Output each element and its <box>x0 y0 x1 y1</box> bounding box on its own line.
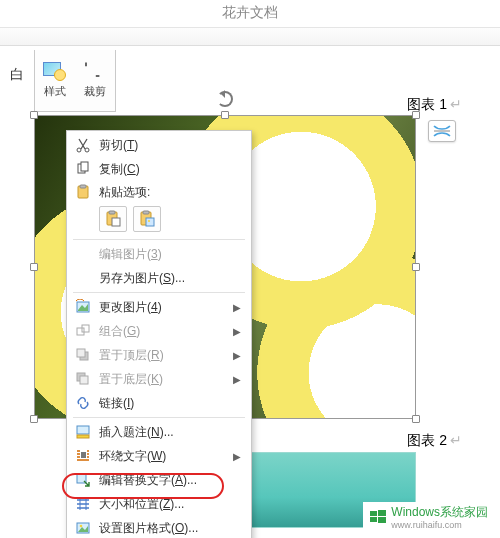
layout-options-button[interactable] <box>428 120 456 142</box>
windows-logo-icon <box>369 508 387 526</box>
menu-separator <box>73 292 245 293</box>
svg-rect-23 <box>81 452 86 458</box>
paragraph-mark-icon: ↵ <box>450 96 462 112</box>
svg-rect-3 <box>81 162 88 171</box>
menu-format-picture[interactable]: 设置图片格式(O)... <box>67 516 251 538</box>
svg-rect-10 <box>143 211 149 214</box>
doc-title: 花卉文档 <box>0 0 500 28</box>
svg-rect-5 <box>80 185 86 188</box>
caption-2-num: 2 <box>439 432 447 448</box>
svg-point-0 <box>77 148 81 152</box>
watermark-text: Windows系统家园 <box>391 505 488 519</box>
submenu-arrow-icon: ▶ <box>233 451 241 462</box>
layout-options-icon <box>433 125 451 137</box>
menu-edit-alt-text[interactable]: 编辑替换文字(A)... <box>67 468 251 492</box>
caption-1-num: 1 <box>439 96 447 112</box>
group-icon <box>75 323 91 339</box>
clipboard-picture-icon <box>138 210 156 228</box>
svg-point-27 <box>80 525 83 528</box>
change-picture-icon <box>75 299 91 315</box>
ribbon-side-label: 白 <box>10 66 24 84</box>
copy-icon <box>75 161 91 177</box>
menu-cut[interactable]: 剪切(T) <box>67 133 251 157</box>
caption-icon <box>75 424 91 440</box>
bring-front-icon <box>75 347 91 363</box>
crop-button[interactable]: 裁剪 <box>77 56 113 101</box>
caption-2: 图表 2↵ <box>407 432 462 450</box>
svg-rect-20 <box>80 376 88 384</box>
rotate-handle-icon[interactable] <box>217 91 233 107</box>
paragraph-mark-icon: ↵ <box>450 432 462 448</box>
menu-link[interactable]: 链接(I) <box>67 391 251 415</box>
menu-group[interactable]: 组合(G) ▶ <box>67 319 251 343</box>
caption-2-prefix: 图表 <box>407 432 439 448</box>
link-icon <box>75 395 91 411</box>
svg-rect-31 <box>378 517 386 523</box>
paste-icon <box>75 184 91 200</box>
paste-option-1[interactable] <box>99 206 127 232</box>
menu-separator <box>73 417 245 418</box>
svg-rect-22 <box>77 435 89 438</box>
menu-send-to-back[interactable]: 置于底层(K) ▶ <box>67 367 251 391</box>
picture-style-icon <box>41 58 69 82</box>
svg-point-12 <box>148 220 150 222</box>
svg-rect-30 <box>370 517 377 522</box>
paste-options-row <box>67 203 251 237</box>
crop-icon <box>81 58 109 82</box>
wrap-text-icon <box>75 448 91 464</box>
picture-styles-label: 样式 <box>44 84 66 99</box>
size-position-icon <box>75 496 91 512</box>
horizontal-ruler <box>0 28 500 46</box>
alt-text-icon <box>75 472 91 488</box>
submenu-arrow-icon: ▶ <box>233 350 241 361</box>
svg-point-1 <box>85 148 89 152</box>
svg-rect-7 <box>109 211 115 214</box>
menu-wrap-text[interactable]: 环绕文字(W) ▶ <box>67 444 251 468</box>
menu-insert-caption[interactable]: 插入题注(N)... <box>67 420 251 444</box>
menu-separator <box>73 239 245 240</box>
svg-rect-18 <box>77 349 85 357</box>
crop-label: 裁剪 <box>84 84 106 99</box>
context-menu: 剪切(T) 复制(C) 粘贴选项: 编辑图片(3) 另存为图片(S)... <box>66 130 252 538</box>
menu-bring-to-front[interactable]: 置于顶层(R) ▶ <box>67 343 251 367</box>
submenu-arrow-icon: ▶ <box>233 374 241 385</box>
clipboard-keep-icon <box>104 210 122 228</box>
svg-rect-21 <box>77 426 89 434</box>
caption-1-prefix: 图表 <box>407 96 439 112</box>
svg-rect-11 <box>146 218 154 226</box>
paste-option-2[interactable] <box>133 206 161 232</box>
send-back-icon <box>75 371 91 387</box>
menu-copy[interactable]: 复制(C) <box>67 157 251 181</box>
menu-paste-options-header: 粘贴选项: <box>67 181 251 203</box>
doc-title-text: 花卉文档 <box>222 4 278 20</box>
cut-icon <box>75 137 91 153</box>
svg-rect-8 <box>112 218 120 226</box>
svg-rect-28 <box>370 511 377 516</box>
svg-rect-29 <box>378 510 386 516</box>
submenu-arrow-icon: ▶ <box>233 326 241 337</box>
menu-size-position[interactable]: 大小和位置(Z)... <box>67 492 251 516</box>
menu-change-picture[interactable]: 更改图片(4) ▶ <box>67 295 251 319</box>
picture-styles-button[interactable]: 样式 <box>37 56 73 101</box>
watermark-url: www.ruihaifu.com <box>391 521 488 530</box>
format-picture-icon <box>75 520 91 536</box>
picture-format-group: 样式 裁剪 <box>34 50 116 112</box>
submenu-arrow-icon: ▶ <box>233 302 241 313</box>
caption-1: 图表 1↵ <box>407 96 462 114</box>
menu-edit-picture[interactable]: 编辑图片(3) <box>67 242 251 266</box>
menu-save-as-picture[interactable]: 另存为图片(S)... <box>67 266 251 290</box>
watermark: Windows系统家园 www.ruihaifu.com <box>363 502 494 532</box>
